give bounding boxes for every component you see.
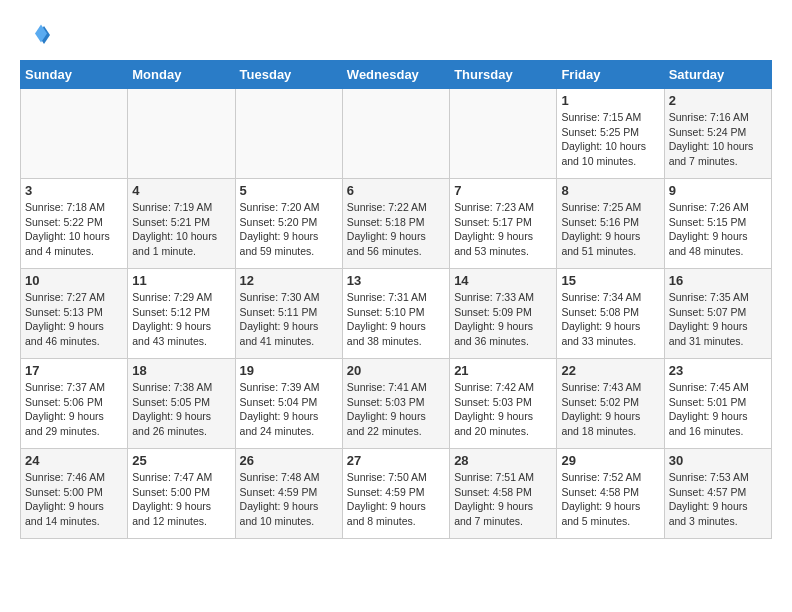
day-number: 28 bbox=[454, 453, 552, 468]
day-info: Sunrise: 7:34 AM Sunset: 5:08 PM Dayligh… bbox=[561, 290, 659, 349]
day-number: 10 bbox=[25, 273, 123, 288]
day-info: Sunrise: 7:18 AM Sunset: 5:22 PM Dayligh… bbox=[25, 200, 123, 259]
day-number: 26 bbox=[240, 453, 338, 468]
day-info: Sunrise: 7:20 AM Sunset: 5:20 PM Dayligh… bbox=[240, 200, 338, 259]
day-info: Sunrise: 7:53 AM Sunset: 4:57 PM Dayligh… bbox=[669, 470, 767, 529]
day-number: 19 bbox=[240, 363, 338, 378]
day-info: Sunrise: 7:15 AM Sunset: 5:25 PM Dayligh… bbox=[561, 110, 659, 169]
day-cell: 17Sunrise: 7:37 AM Sunset: 5:06 PM Dayli… bbox=[21, 359, 128, 449]
day-cell: 29Sunrise: 7:52 AM Sunset: 4:58 PM Dayli… bbox=[557, 449, 664, 539]
day-number: 24 bbox=[25, 453, 123, 468]
day-number: 8 bbox=[561, 183, 659, 198]
day-cell: 2Sunrise: 7:16 AM Sunset: 5:24 PM Daylig… bbox=[664, 89, 771, 179]
day-number: 16 bbox=[669, 273, 767, 288]
day-info: Sunrise: 7:27 AM Sunset: 5:13 PM Dayligh… bbox=[25, 290, 123, 349]
day-number: 14 bbox=[454, 273, 552, 288]
day-cell: 26Sunrise: 7:48 AM Sunset: 4:59 PM Dayli… bbox=[235, 449, 342, 539]
day-cell bbox=[21, 89, 128, 179]
day-info: Sunrise: 7:38 AM Sunset: 5:05 PM Dayligh… bbox=[132, 380, 230, 439]
day-cell: 23Sunrise: 7:45 AM Sunset: 5:01 PM Dayli… bbox=[664, 359, 771, 449]
day-info: Sunrise: 7:26 AM Sunset: 5:15 PM Dayligh… bbox=[669, 200, 767, 259]
day-cell: 1Sunrise: 7:15 AM Sunset: 5:25 PM Daylig… bbox=[557, 89, 664, 179]
day-header-thursday: Thursday bbox=[450, 61, 557, 89]
day-number: 2 bbox=[669, 93, 767, 108]
day-cell: 20Sunrise: 7:41 AM Sunset: 5:03 PM Dayli… bbox=[342, 359, 449, 449]
day-cell: 3Sunrise: 7:18 AM Sunset: 5:22 PM Daylig… bbox=[21, 179, 128, 269]
day-number: 1 bbox=[561, 93, 659, 108]
days-header-row: SundayMondayTuesdayWednesdayThursdayFrid… bbox=[21, 61, 772, 89]
day-info: Sunrise: 7:46 AM Sunset: 5:00 PM Dayligh… bbox=[25, 470, 123, 529]
day-cell: 22Sunrise: 7:43 AM Sunset: 5:02 PM Dayli… bbox=[557, 359, 664, 449]
day-info: Sunrise: 7:30 AM Sunset: 5:11 PM Dayligh… bbox=[240, 290, 338, 349]
day-info: Sunrise: 7:52 AM Sunset: 4:58 PM Dayligh… bbox=[561, 470, 659, 529]
day-info: Sunrise: 7:29 AM Sunset: 5:12 PM Dayligh… bbox=[132, 290, 230, 349]
day-number: 9 bbox=[669, 183, 767, 198]
day-number: 4 bbox=[132, 183, 230, 198]
day-number: 5 bbox=[240, 183, 338, 198]
day-number: 29 bbox=[561, 453, 659, 468]
day-number: 22 bbox=[561, 363, 659, 378]
day-number: 17 bbox=[25, 363, 123, 378]
day-cell: 28Sunrise: 7:51 AM Sunset: 4:58 PM Dayli… bbox=[450, 449, 557, 539]
day-number: 23 bbox=[669, 363, 767, 378]
day-info: Sunrise: 7:51 AM Sunset: 4:58 PM Dayligh… bbox=[454, 470, 552, 529]
day-cell: 7Sunrise: 7:23 AM Sunset: 5:17 PM Daylig… bbox=[450, 179, 557, 269]
day-info: Sunrise: 7:19 AM Sunset: 5:21 PM Dayligh… bbox=[132, 200, 230, 259]
day-info: Sunrise: 7:23 AM Sunset: 5:17 PM Dayligh… bbox=[454, 200, 552, 259]
day-cell: 4Sunrise: 7:19 AM Sunset: 5:21 PM Daylig… bbox=[128, 179, 235, 269]
day-info: Sunrise: 7:25 AM Sunset: 5:16 PM Dayligh… bbox=[561, 200, 659, 259]
page-header bbox=[20, 20, 772, 50]
day-header-sunday: Sunday bbox=[21, 61, 128, 89]
day-number: 25 bbox=[132, 453, 230, 468]
day-info: Sunrise: 7:42 AM Sunset: 5:03 PM Dayligh… bbox=[454, 380, 552, 439]
day-header-tuesday: Tuesday bbox=[235, 61, 342, 89]
day-info: Sunrise: 7:48 AM Sunset: 4:59 PM Dayligh… bbox=[240, 470, 338, 529]
day-number: 3 bbox=[25, 183, 123, 198]
day-cell: 8Sunrise: 7:25 AM Sunset: 5:16 PM Daylig… bbox=[557, 179, 664, 269]
day-info: Sunrise: 7:39 AM Sunset: 5:04 PM Dayligh… bbox=[240, 380, 338, 439]
day-number: 21 bbox=[454, 363, 552, 378]
day-number: 11 bbox=[132, 273, 230, 288]
day-info: Sunrise: 7:31 AM Sunset: 5:10 PM Dayligh… bbox=[347, 290, 445, 349]
day-cell: 15Sunrise: 7:34 AM Sunset: 5:08 PM Dayli… bbox=[557, 269, 664, 359]
day-cell bbox=[235, 89, 342, 179]
day-number: 27 bbox=[347, 453, 445, 468]
week-row-1: 1Sunrise: 7:15 AM Sunset: 5:25 PM Daylig… bbox=[21, 89, 772, 179]
day-cell: 19Sunrise: 7:39 AM Sunset: 5:04 PM Dayli… bbox=[235, 359, 342, 449]
day-cell: 11Sunrise: 7:29 AM Sunset: 5:12 PM Dayli… bbox=[128, 269, 235, 359]
day-number: 13 bbox=[347, 273, 445, 288]
day-info: Sunrise: 7:35 AM Sunset: 5:07 PM Dayligh… bbox=[669, 290, 767, 349]
day-info: Sunrise: 7:50 AM Sunset: 4:59 PM Dayligh… bbox=[347, 470, 445, 529]
day-info: Sunrise: 7:22 AM Sunset: 5:18 PM Dayligh… bbox=[347, 200, 445, 259]
day-cell bbox=[450, 89, 557, 179]
week-row-3: 10Sunrise: 7:27 AM Sunset: 5:13 PM Dayli… bbox=[21, 269, 772, 359]
day-cell: 30Sunrise: 7:53 AM Sunset: 4:57 PM Dayli… bbox=[664, 449, 771, 539]
day-cell: 27Sunrise: 7:50 AM Sunset: 4:59 PM Dayli… bbox=[342, 449, 449, 539]
day-number: 7 bbox=[454, 183, 552, 198]
week-row-4: 17Sunrise: 7:37 AM Sunset: 5:06 PM Dayli… bbox=[21, 359, 772, 449]
week-row-2: 3Sunrise: 7:18 AM Sunset: 5:22 PM Daylig… bbox=[21, 179, 772, 269]
day-info: Sunrise: 7:41 AM Sunset: 5:03 PM Dayligh… bbox=[347, 380, 445, 439]
day-info: Sunrise: 7:47 AM Sunset: 5:00 PM Dayligh… bbox=[132, 470, 230, 529]
logo bbox=[20, 20, 54, 50]
day-cell: 24Sunrise: 7:46 AM Sunset: 5:00 PM Dayli… bbox=[21, 449, 128, 539]
day-cell: 14Sunrise: 7:33 AM Sunset: 5:09 PM Dayli… bbox=[450, 269, 557, 359]
day-info: Sunrise: 7:45 AM Sunset: 5:01 PM Dayligh… bbox=[669, 380, 767, 439]
day-cell: 10Sunrise: 7:27 AM Sunset: 5:13 PM Dayli… bbox=[21, 269, 128, 359]
day-header-saturday: Saturday bbox=[664, 61, 771, 89]
day-header-monday: Monday bbox=[128, 61, 235, 89]
day-header-friday: Friday bbox=[557, 61, 664, 89]
day-number: 15 bbox=[561, 273, 659, 288]
day-info: Sunrise: 7:43 AM Sunset: 5:02 PM Dayligh… bbox=[561, 380, 659, 439]
day-cell: 21Sunrise: 7:42 AM Sunset: 5:03 PM Dayli… bbox=[450, 359, 557, 449]
day-number: 30 bbox=[669, 453, 767, 468]
day-cell: 6Sunrise: 7:22 AM Sunset: 5:18 PM Daylig… bbox=[342, 179, 449, 269]
day-cell: 12Sunrise: 7:30 AM Sunset: 5:11 PM Dayli… bbox=[235, 269, 342, 359]
day-cell: 5Sunrise: 7:20 AM Sunset: 5:20 PM Daylig… bbox=[235, 179, 342, 269]
day-number: 20 bbox=[347, 363, 445, 378]
day-number: 6 bbox=[347, 183, 445, 198]
week-row-5: 24Sunrise: 7:46 AM Sunset: 5:00 PM Dayli… bbox=[21, 449, 772, 539]
day-cell: 9Sunrise: 7:26 AM Sunset: 5:15 PM Daylig… bbox=[664, 179, 771, 269]
day-number: 18 bbox=[132, 363, 230, 378]
day-cell: 16Sunrise: 7:35 AM Sunset: 5:07 PM Dayli… bbox=[664, 269, 771, 359]
